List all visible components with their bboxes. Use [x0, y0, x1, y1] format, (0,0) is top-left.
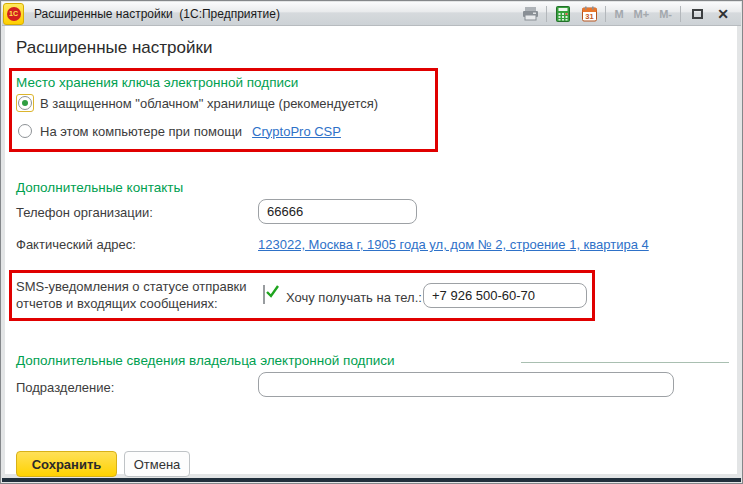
titlebar: 1С Расширенные настройки (1С:Предприятие… [2, 2, 741, 26]
sms-label-line1: SMS-уведомления о статусе отправки [16, 279, 247, 294]
memory-plus-button[interactable]: M+ [632, 5, 652, 23]
maximize-button[interactable] [687, 5, 707, 23]
sms-label-line2: отчетов и входящих сообщениях: [16, 296, 218, 311]
radio-cloud-storage[interactable]: В защищенном "облачном" хранилище (реком… [16, 94, 378, 112]
phone-label: Телефон организации: [16, 205, 153, 220]
memory-minus-button[interactable]: M- [657, 5, 674, 23]
svg-text:31: 31 [585, 12, 593, 21]
print-icon[interactable] [520, 5, 540, 23]
radio-cloud-storage-label: В защищенном "облачном" хранилище (реком… [40, 96, 378, 111]
close-icon: ✕ [717, 7, 729, 21]
maximize-icon [692, 9, 703, 19]
key-storage-header: Место хранения ключа электронной подписи [16, 75, 298, 90]
header-rule [521, 362, 729, 363]
close-button[interactable]: ✕ [713, 5, 733, 23]
radio-selected-icon [18, 96, 32, 110]
radio-local-computer[interactable]: На этом компьютере при помощи CryptoPro … [16, 122, 341, 140]
window-bottom-edge [2, 478, 741, 482]
app-window: 1С Расширенные настройки (1С:Предприятие… [0, 0, 743, 484]
contacts-header: Дополнительные контакты [16, 180, 183, 195]
calculator-icon[interactable] [553, 5, 573, 23]
window-title: Расширенные настройки (1С:Предприятие) [34, 7, 280, 21]
owner-info-header: Дополнительные сведения владельца электр… [16, 353, 395, 368]
phone-input[interactable] [258, 199, 417, 224]
radio-unselected-icon [18, 124, 32, 138]
department-label: Подразделение: [16, 380, 114, 395]
cryptopro-csp-link[interactable]: CryptoPro CSP [252, 124, 341, 139]
checkmark-icon [265, 284, 281, 300]
calendar-icon[interactable]: 31 [579, 5, 599, 23]
radio-wrap [16, 122, 34, 140]
titlebar-separator [546, 6, 547, 22]
save-button[interactable]: Сохранить [16, 451, 117, 477]
address-link[interactable]: 123022, Москва г, 1905 года ул, дом № 2,… [258, 237, 649, 252]
radio-local-computer-label: На этом компьютере при помощи [40, 124, 242, 139]
sms-checkbox[interactable] [263, 285, 265, 304]
sms-phone-input[interactable] [423, 283, 587, 308]
titlebar-separator [680, 6, 681, 22]
memory-recall-button[interactable]: M [612, 5, 625, 23]
address-label: Фактический адрес: [16, 237, 136, 252]
cancel-button[interactable]: Отмена [124, 451, 190, 477]
sms-checkbox-label: Хочу получать на тел.: [286, 290, 422, 305]
titlebar-buttons: 31 M M+ M- ✕ [520, 5, 741, 23]
focus-ring [16, 94, 34, 112]
titlebar-separator [605, 6, 606, 22]
department-input[interactable] [258, 372, 674, 397]
app-logo-1c-icon: 1С [3, 3, 24, 25]
page-title: Расширенные настройки [16, 38, 212, 58]
